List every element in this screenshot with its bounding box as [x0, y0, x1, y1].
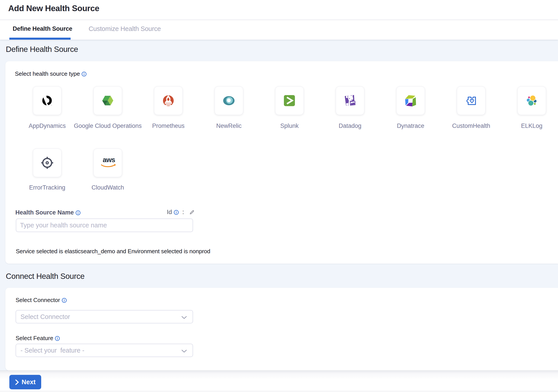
svg-text:aws: aws	[103, 156, 115, 164]
